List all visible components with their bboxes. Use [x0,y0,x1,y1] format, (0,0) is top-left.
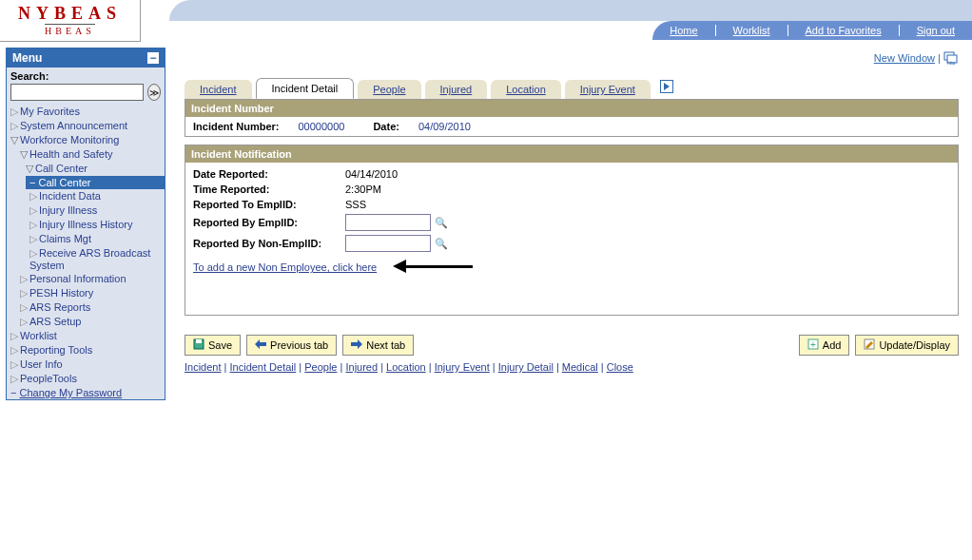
header-right: Home Worklist Add to Favorites Sign out [141,0,972,42]
logo: NYBEAS HBEAS [0,0,141,42]
lookup-icon[interactable]: 🔍 [435,238,448,250]
nav-add-favorites[interactable]: Add to Favorites [788,25,900,36]
logo-sub: HBEAS [45,24,95,36]
nav-user-info[interactable]: ▷User Info [7,357,165,372]
previous-icon [255,339,266,351]
incident-date-label: Date: [373,121,399,132]
header-swoosh [169,0,972,21]
reported-by-emplid-label: Reported By EmplID: [193,217,345,228]
nav-change-password[interactable]: − Change My Password [7,386,165,399]
nav-injury-illness-history[interactable]: ▷Injury Illness History [7,218,165,232]
tab-show-more-icon[interactable] [654,76,679,99]
reported-to-label: Reported To EmplID: [193,199,345,210]
nav-call-center-parent[interactable]: ▽Call Center [7,162,165,176]
collapse-menu-icon[interactable]: − [147,52,159,64]
add-non-employee-link[interactable]: To add a new Non Employee, click here [193,261,377,273]
next-tab-button[interactable]: Next tab [342,335,414,356]
tab-incident-detail[interactable]: Incident Detail [256,78,355,99]
search-input[interactable] [10,84,144,101]
time-reported-label: Time Reported: [193,183,345,195]
util-bar: New Window | http [185,51,959,67]
incident-number-value: 00000000 [298,121,344,132]
incident-number-label: Incident Number: [193,121,279,132]
svg-rect-5 [196,339,202,343]
previous-tab-button[interactable]: Previous tab [246,335,337,356]
menu-title: Menu [12,51,42,65]
nav-claims-mgt[interactable]: ▷Claims Mgt [7,232,165,246]
svg-text:+: + [810,339,816,350]
nav-ars-reports[interactable]: ▷ARS Reports [7,300,165,315]
panel-group: Incident Number Incident Number: 0000000… [185,99,959,316]
menu-box: Menu − Search: ≫ ▷My Favorites ▷System A… [6,48,165,400]
nav-worklist-item[interactable]: ▷Worklist [7,329,165,343]
menu-header: Menu − [7,48,165,68]
header-nav: Home Worklist Add to Favorites Sign out [652,21,972,40]
logo-main: NYBEAS [8,4,132,24]
nav-home[interactable]: Home [652,25,715,36]
svg-text:http: http [947,60,956,65]
tab-injured[interactable]: Injured [425,80,488,99]
footer-people[interactable]: People [304,361,337,373]
footer-medical[interactable]: Medical [562,361,598,373]
nav-pesh-history[interactable]: ▷PESH History [7,286,165,300]
reported-by-emplid-input[interactable] [345,214,431,231]
tab-injury-event[interactable]: Injury Event [565,80,651,99]
date-reported-label: Date Reported: [193,168,345,180]
reported-by-non-emplid-input[interactable] [345,235,431,252]
nav-personal-info[interactable]: ▷Personal Information [7,272,165,286]
search-label: Search: [7,68,165,82]
sidebar: Menu − Search: ≫ ▷My Favorites ▷System A… [0,42,171,406]
save-button[interactable]: Save [185,335,241,356]
footer-location[interactable]: Location [386,361,426,373]
arrow-line [406,265,473,268]
incident-date-value: 04/09/2010 [418,121,471,132]
footer-links: Incident | Incident Detail | People | In… [185,361,959,373]
http-icon[interactable]: http [943,51,959,67]
update-icon [864,338,875,352]
tab-location[interactable]: Location [491,80,561,99]
footer-incident[interactable]: Incident [185,361,222,373]
add-icon: + [807,338,819,352]
nav-reporting-tools[interactable]: ▷Reporting Tools [7,343,165,357]
footer-injured[interactable]: Injured [345,361,378,373]
lookup-icon[interactable]: 🔍 [435,217,448,229]
nav-health-safety[interactable]: ▽Health and Safety [7,147,165,162]
footer-injury-event[interactable]: Injury Event [435,361,490,373]
nav-incident-data[interactable]: ▷Incident Data [7,189,165,203]
nav-signout[interactable]: Sign out [900,25,972,36]
footer-incident-detail[interactable]: Incident Detail [230,361,297,373]
update-display-button[interactable]: Update/Display [855,335,959,356]
tab-people[interactable]: People [358,80,420,99]
save-icon [193,338,204,352]
nav-my-favorites[interactable]: ▷My Favorites [7,105,165,119]
add-button[interactable]: + Add [799,335,850,356]
nav-injury-illness[interactable]: ▷Injury Illness [7,203,165,218]
date-reported-value: 04/14/2010 [345,168,398,180]
panel-incident-notification: Incident Notification Date Reported: 04/… [185,145,959,316]
button-row: Save Previous tab Next tab + Add [185,335,959,356]
new-window-link[interactable]: New Window [874,52,935,64]
nav-ars-setup[interactable]: ▷ARS Setup [7,315,165,329]
panel-incident-number-header: Incident Number [185,100,958,117]
nav-peopletools[interactable]: ▷PeopleTools [7,372,165,386]
tab-incident[interactable]: Incident [185,80,252,99]
footer-injury-detail[interactable]: Injury Detail [498,361,554,373]
panel-incident-notification-header: Incident Notification [185,145,958,163]
arrow-annotation [393,260,473,273]
nav-system-announcement[interactable]: ▷System Announcement [7,119,165,133]
nav-workforce-monitoring[interactable]: ▽Workforce Monitoring [7,133,165,147]
nav-call-center-active[interactable]: − Call Center [26,176,165,189]
tabs: Incident Incident Detail People Injured … [185,76,959,99]
top-header: NYBEAS HBEAS Home Worklist Add to Favori… [0,0,972,42]
next-icon [351,339,362,351]
arrow-head-icon [393,260,406,273]
search-go-button[interactable]: ≫ [147,84,161,101]
reported-by-non-emplid-label: Reported By Non-EmplID: [193,238,345,249]
content: New Window | http Incident Incident Deta… [171,42,972,406]
nav-worklist[interactable]: Worklist [716,25,788,36]
footer-close[interactable]: Close [607,361,633,373]
panel-incident-number: Incident Number Incident Number: 0000000… [185,99,959,137]
nav-receive-ars[interactable]: ▷Receive ARS Broadcast System [7,246,165,272]
menu-body: Search: ≫ ▷My Favorites ▷System Announce… [7,68,165,399]
reported-to-value: SSS [345,199,366,210]
